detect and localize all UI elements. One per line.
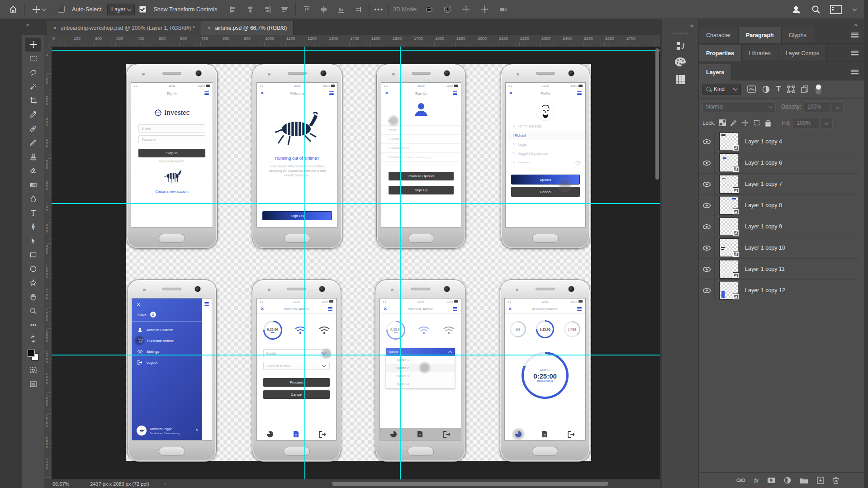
password-field[interactable]: Password <box>138 135 205 143</box>
hamburger-menu-icon[interactable] <box>577 307 582 311</box>
logout-icon[interactable] <box>568 431 575 438</box>
guide-vertical-2[interactable] <box>400 47 401 479</box>
pie-chart-icon[interactable] <box>390 431 397 438</box>
layer-thumbnail[interactable] <box>719 132 739 151</box>
zoom-level[interactable]: 66,67% <box>52 481 69 487</box>
drawer-profile[interactable]: Richard Legge Sundowner, Johannesburg ✎ <box>137 426 199 436</box>
collapse-panels-icon[interactable]: ‹‹ <box>690 23 693 28</box>
share-account-icon[interactable] <box>791 4 802 15</box>
healing-brush-tool[interactable] <box>25 122 41 136</box>
more-options-icon[interactable]: ••• <box>374 6 384 13</box>
hamburger-menu-icon[interactable] <box>453 91 457 95</box>
layer-row[interactable]: Layer 1 copy 11 <box>699 259 858 280</box>
adjustment-layer-icon[interactable] <box>784 477 791 484</box>
distribute-vertical-centers-icon[interactable] <box>352 3 365 16</box>
layer-row[interactable]: Layer 1 copy 9 <box>699 216 858 237</box>
clone-stamp-tool[interactable] <box>25 150 41 164</box>
hamburger-menu-icon[interactable] <box>577 91 582 95</box>
auto-select-target-dropdown[interactable]: Layer <box>107 4 135 15</box>
tab-onboarding-workshop[interactable]: × onboarding-workshop.psd @ 100% (Layer … <box>47 21 201 35</box>
guide-horizontal-1[interactable] <box>52 50 660 51</box>
layer-row[interactable]: Layer 1 copy 7 <box>699 174 858 195</box>
signup-button[interactable]: Sign Up <box>389 186 454 194</box>
path-selection-tool[interactable] <box>25 234 41 248</box>
filter-shape-layers-icon[interactable] <box>787 85 795 93</box>
menu-item-purchase-airtime[interactable]: Purchase Airtime <box>132 332 202 343</box>
tab-airtime[interactable]: × airtime.psd @ 66,7% (RGB/8) <box>201 21 294 35</box>
password-field[interactable]: ✎•••••••• <box>506 158 585 167</box>
lock-artboard-icon[interactable] <box>753 119 760 126</box>
layer-row[interactable]: Layer 1 copy 6 <box>699 152 858 174</box>
logout-icon[interactable] <box>319 431 327 438</box>
visibility-eye-icon[interactable] <box>699 259 715 280</box>
collapse-dock-icon[interactable]: ›› <box>854 22 858 27</box>
filter-adjustment-layers-icon[interactable] <box>762 85 770 93</box>
swap-colors-icon[interactable] <box>25 332 41 346</box>
filter-toggle-switch[interactable] <box>816 84 821 95</box>
3d-camera-icon[interactable] <box>496 3 511 16</box>
3d-orbit-icon[interactable] <box>422 3 436 16</box>
visibility-eye-icon[interactable] <box>699 216 715 237</box>
lasso-tool[interactable] <box>25 66 41 80</box>
sms-gauge[interactable]: 101 <box>510 321 526 337</box>
filter-type-layers-icon[interactable]: T <box>776 85 781 94</box>
option-row[interactable]: Option 4 <box>386 380 455 388</box>
visibility-eye-icon[interactable] <box>699 131 715 152</box>
align-horizontal-centers-icon[interactable] <box>244 3 256 16</box>
panel-menu-icon[interactable] <box>851 33 859 38</box>
visibility-eye-icon[interactable] <box>699 237 715 258</box>
cancel-button[interactable]: Cancel <box>263 390 330 399</box>
blur-tool[interactable] <box>25 192 41 206</box>
show-password-eye-icon[interactable] <box>575 161 581 165</box>
menu-item-account-balance[interactable]: Account Balance <box>132 322 202 332</box>
left-ruler-labels[interactable]: 0100200300400500600700800900100011001200… <box>44 47 52 479</box>
create-account-link[interactable]: Create a new account <box>131 190 213 194</box>
guide-horizontal-2[interactable] <box>52 203 660 204</box>
edit-pencil-icon[interactable]: ✎ <box>196 429 199 432</box>
distribute-top-edges-icon[interactable] <box>300 3 313 16</box>
purchase-doc-icon[interactable] <box>417 431 423 438</box>
visibility-eye-icon[interactable] <box>699 195 715 216</box>
canvas[interactable]: 12:00100% Sign In Investec E-mail Passwo… <box>52 47 660 479</box>
option-row[interactable]: Option 3 <box>386 372 455 380</box>
rectangle-shape-tool[interactable] <box>25 248 41 262</box>
3d-roll-icon[interactable] <box>441 3 455 16</box>
align-top-edges-icon[interactable] <box>278 3 291 16</box>
hamburger-menu-icon[interactable] <box>328 307 332 311</box>
ellipse-shape-tool[interactable] <box>25 262 41 276</box>
email-field[interactable]: Email Address <box>381 144 461 153</box>
email-field[interactable]: ✎rlegge79@gmail.com <box>506 149 585 158</box>
tab-glyphs[interactable]: Glyphs <box>782 27 814 43</box>
eraser-tool[interactable] <box>25 164 41 178</box>
swatches-palette-icon[interactable] <box>674 57 686 69</box>
visibility-eye-icon[interactable] <box>699 174 715 194</box>
signup-button[interactable]: Sign Up <box>262 211 332 220</box>
layer-thumbnail[interactable] <box>719 175 739 194</box>
new-group-folder-icon[interactable] <box>800 477 808 484</box>
menu-item-settings[interactable]: Settings <box>132 343 202 354</box>
menu-item-logout[interactable]: Logout <box>132 354 202 365</box>
opacity-value-field[interactable]: 100% <box>804 101 830 112</box>
layer-mask-icon[interactable] <box>767 477 775 483</box>
visibility-eye-icon[interactable] <box>699 280 715 301</box>
layer-thumbnail[interactable] <box>719 153 739 172</box>
3d-pan-icon[interactable] <box>459 3 473 16</box>
foreground-background-colors[interactable] <box>28 350 38 360</box>
custom-shape-tool[interactable] <box>25 276 41 290</box>
close-icon[interactable]: × <box>208 25 211 31</box>
pen-tool[interactable] <box>25 220 41 234</box>
patterns-grid-icon[interactable] <box>675 74 686 87</box>
lock-pixels-icon[interactable] <box>730 119 737 126</box>
screen-mode-icon[interactable] <box>25 377 41 391</box>
rectangular-marquee-tool[interactable] <box>25 52 41 66</box>
name-field[interactable]: Name <box>381 126 461 135</box>
crop-tool[interactable] <box>25 94 41 108</box>
zoom-tool[interactable] <box>25 304 41 318</box>
pie-chart-icon[interactable] <box>266 431 274 438</box>
quick-selection-tool[interactable] <box>25 80 41 94</box>
airtime-gauge-selected[interactable]: 0:25:00 <box>536 320 554 338</box>
layer-thumbnail[interactable] <box>719 281 739 300</box>
panel-menu-icon[interactable] <box>851 51 859 56</box>
show-transform-checkbox[interactable] <box>139 6 146 13</box>
layer-row[interactable]: Layer 1 copy 10 <box>699 237 858 259</box>
